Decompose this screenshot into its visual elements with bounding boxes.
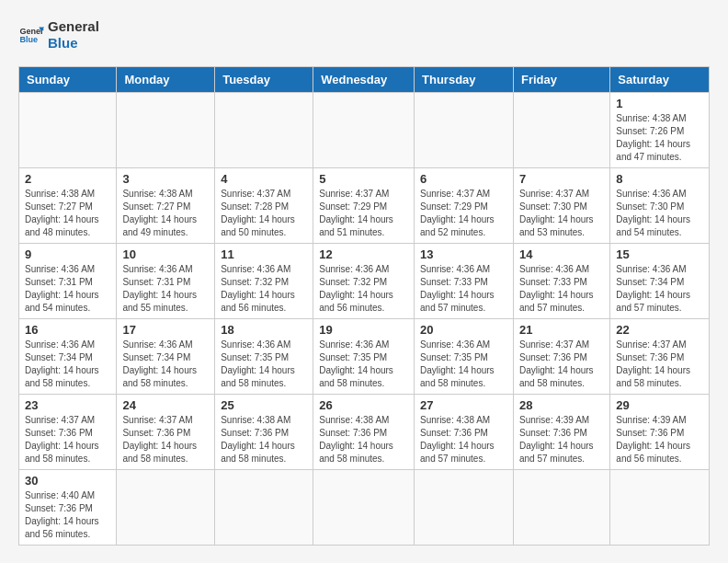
- day-info: Sunrise: 4:36 AM Sunset: 7:32 PM Dayligh…: [319, 263, 408, 315]
- day-info: Sunrise: 4:37 AM Sunset: 7:28 PM Dayligh…: [221, 188, 307, 239]
- calendar-cell: 22Sunrise: 4:37 AM Sunset: 7:36 PM Dayli…: [610, 319, 710, 395]
- logo-blue: Blue: [48, 35, 99, 52]
- day-number: 8: [616, 172, 703, 186]
- day-number: 9: [25, 247, 110, 261]
- day-number: 2: [25, 172, 110, 186]
- day-number: 28: [519, 398, 604, 412]
- calendar-cell: [610, 470, 710, 546]
- calendar-cell: 23Sunrise: 4:37 AM Sunset: 7:36 PM Dayli…: [19, 395, 117, 470]
- calendar-cell: [313, 470, 415, 546]
- day-number: 6: [420, 172, 507, 186]
- day-number: 16: [25, 323, 110, 337]
- weekday-header-monday: Monday: [117, 67, 215, 93]
- day-info: Sunrise: 4:37 AM Sunset: 7:29 PM Dayligh…: [420, 188, 507, 239]
- day-number: 11: [221, 247, 307, 261]
- calendar-cell: 15Sunrise: 4:36 AM Sunset: 7:34 PM Dayli…: [610, 244, 710, 319]
- calendar-table: SundayMondayTuesdayWednesdayThursdayFrid…: [18, 66, 710, 546]
- day-info: Sunrise: 4:40 AM Sunset: 7:36 PM Dayligh…: [25, 489, 110, 541]
- day-info: Sunrise: 4:37 AM Sunset: 7:30 PM Dayligh…: [519, 188, 604, 239]
- logo-general: General: [48, 18, 99, 35]
- day-info: Sunrise: 4:37 AM Sunset: 7:29 PM Dayligh…: [319, 188, 408, 239]
- day-info: Sunrise: 4:37 AM Sunset: 7:36 PM Dayligh…: [25, 414, 110, 465]
- calendar-cell: [117, 93, 215, 168]
- day-number: 27: [420, 398, 507, 412]
- calendar-cell: 29Sunrise: 4:39 AM Sunset: 7:36 PM Dayli…: [610, 395, 710, 470]
- calendar-cell: [215, 93, 313, 168]
- day-number: 1: [616, 97, 703, 110]
- calendar-cell: 21Sunrise: 4:37 AM Sunset: 7:36 PM Dayli…: [513, 319, 609, 395]
- weekday-header-sunday: Sunday: [19, 67, 117, 93]
- calendar-cell: 13Sunrise: 4:36 AM Sunset: 7:33 PM Dayli…: [415, 244, 514, 319]
- day-number: 30: [25, 474, 110, 488]
- calendar-cell: 5Sunrise: 4:37 AM Sunset: 7:29 PM Daylig…: [313, 168, 415, 244]
- day-number: 17: [122, 323, 209, 337]
- day-info: Sunrise: 4:36 AM Sunset: 7:34 PM Dayligh…: [25, 339, 110, 390]
- calendar-cell: [19, 93, 117, 168]
- logo: General Blue General Blue: [18, 18, 99, 52]
- day-info: Sunrise: 4:36 AM Sunset: 7:33 PM Dayligh…: [519, 263, 604, 315]
- day-number: 4: [221, 172, 307, 186]
- calendar-cell: 25Sunrise: 4:38 AM Sunset: 7:36 PM Dayli…: [215, 395, 313, 470]
- day-number: 5: [319, 172, 408, 186]
- calendar-cell: [117, 470, 215, 546]
- calendar-cell: 26Sunrise: 4:38 AM Sunset: 7:36 PM Dayli…: [313, 395, 415, 470]
- calendar-cell: 1Sunrise: 4:38 AM Sunset: 7:26 PM Daylig…: [610, 93, 710, 168]
- day-info: Sunrise: 4:36 AM Sunset: 7:30 PM Dayligh…: [616, 188, 703, 239]
- day-number: 20: [420, 323, 507, 337]
- calendar-cell: [215, 470, 313, 546]
- calendar-cell: 16Sunrise: 4:36 AM Sunset: 7:34 PM Dayli…: [19, 319, 117, 395]
- weekday-header-saturday: Saturday: [610, 67, 710, 93]
- day-info: Sunrise: 4:36 AM Sunset: 7:35 PM Dayligh…: [319, 339, 408, 390]
- calendar-cell: [415, 470, 514, 546]
- weekday-header-thursday: Thursday: [415, 67, 514, 93]
- day-number: 21: [519, 323, 604, 337]
- calendar-cell: 8Sunrise: 4:36 AM Sunset: 7:30 PM Daylig…: [610, 168, 710, 244]
- calendar-cell: 10Sunrise: 4:36 AM Sunset: 7:31 PM Dayli…: [117, 244, 215, 319]
- day-info: Sunrise: 4:37 AM Sunset: 7:36 PM Dayligh…: [519, 339, 604, 390]
- day-info: Sunrise: 4:39 AM Sunset: 7:36 PM Dayligh…: [616, 414, 703, 465]
- day-info: Sunrise: 4:38 AM Sunset: 7:36 PM Dayligh…: [221, 414, 307, 465]
- calendar-cell: 20Sunrise: 4:36 AM Sunset: 7:35 PM Dayli…: [415, 319, 514, 395]
- day-info: Sunrise: 4:36 AM Sunset: 7:31 PM Dayligh…: [25, 263, 110, 315]
- day-number: 3: [122, 172, 209, 186]
- calendar-cell: 17Sunrise: 4:36 AM Sunset: 7:34 PM Dayli…: [117, 319, 215, 395]
- day-info: Sunrise: 4:36 AM Sunset: 7:35 PM Dayligh…: [420, 339, 507, 390]
- day-info: Sunrise: 4:36 AM Sunset: 7:34 PM Dayligh…: [616, 263, 703, 315]
- day-info: Sunrise: 4:39 AM Sunset: 7:36 PM Dayligh…: [519, 414, 604, 465]
- day-number: 22: [616, 323, 703, 337]
- day-number: 19: [319, 323, 408, 337]
- weekday-header-friday: Friday: [513, 67, 609, 93]
- day-number: 7: [519, 172, 604, 186]
- day-number: 13: [420, 247, 507, 261]
- day-info: Sunrise: 4:38 AM Sunset: 7:26 PM Dayligh…: [616, 112, 703, 164]
- calendar-cell: 3Sunrise: 4:38 AM Sunset: 7:27 PM Daylig…: [117, 168, 215, 244]
- calendar-cell: 6Sunrise: 4:37 AM Sunset: 7:29 PM Daylig…: [415, 168, 514, 244]
- calendar-cell: 2Sunrise: 4:38 AM Sunset: 7:27 PM Daylig…: [19, 168, 117, 244]
- day-info: Sunrise: 4:36 AM Sunset: 7:32 PM Dayligh…: [221, 263, 307, 315]
- svg-text:Blue: Blue: [19, 35, 38, 44]
- calendar-cell: 14Sunrise: 4:36 AM Sunset: 7:33 PM Dayli…: [513, 244, 609, 319]
- calendar-cell: 19Sunrise: 4:36 AM Sunset: 7:35 PM Dayli…: [313, 319, 415, 395]
- day-number: 23: [25, 398, 110, 412]
- day-info: Sunrise: 4:38 AM Sunset: 7:36 PM Dayligh…: [319, 414, 408, 465]
- day-info: Sunrise: 4:36 AM Sunset: 7:33 PM Dayligh…: [420, 263, 507, 315]
- day-info: Sunrise: 4:36 AM Sunset: 7:31 PM Dayligh…: [122, 263, 209, 315]
- calendar-cell: 12Sunrise: 4:36 AM Sunset: 7:32 PM Dayli…: [313, 244, 415, 319]
- day-number: 29: [616, 398, 703, 412]
- day-number: 14: [519, 247, 604, 261]
- day-number: 25: [221, 398, 307, 412]
- calendar-cell: 4Sunrise: 4:37 AM Sunset: 7:28 PM Daylig…: [215, 168, 313, 244]
- calendar-cell: 30Sunrise: 4:40 AM Sunset: 7:36 PM Dayli…: [19, 470, 117, 546]
- day-info: Sunrise: 4:37 AM Sunset: 7:36 PM Dayligh…: [616, 339, 703, 390]
- calendar-cell: 7Sunrise: 4:37 AM Sunset: 7:30 PM Daylig…: [513, 168, 609, 244]
- calendar-cell: 24Sunrise: 4:37 AM Sunset: 7:36 PM Dayli…: [117, 395, 215, 470]
- calendar-cell: [313, 93, 415, 168]
- day-number: 15: [616, 247, 703, 261]
- day-info: Sunrise: 4:38 AM Sunset: 7:27 PM Dayligh…: [25, 188, 110, 239]
- calendar-cell: 27Sunrise: 4:38 AM Sunset: 7:36 PM Dayli…: [415, 395, 514, 470]
- calendar-cell: [513, 93, 609, 168]
- weekday-header-tuesday: Tuesday: [215, 67, 313, 93]
- day-info: Sunrise: 4:38 AM Sunset: 7:36 PM Dayligh…: [420, 414, 507, 465]
- day-number: 24: [122, 398, 209, 412]
- calendar-cell: 28Sunrise: 4:39 AM Sunset: 7:36 PM Dayli…: [513, 395, 609, 470]
